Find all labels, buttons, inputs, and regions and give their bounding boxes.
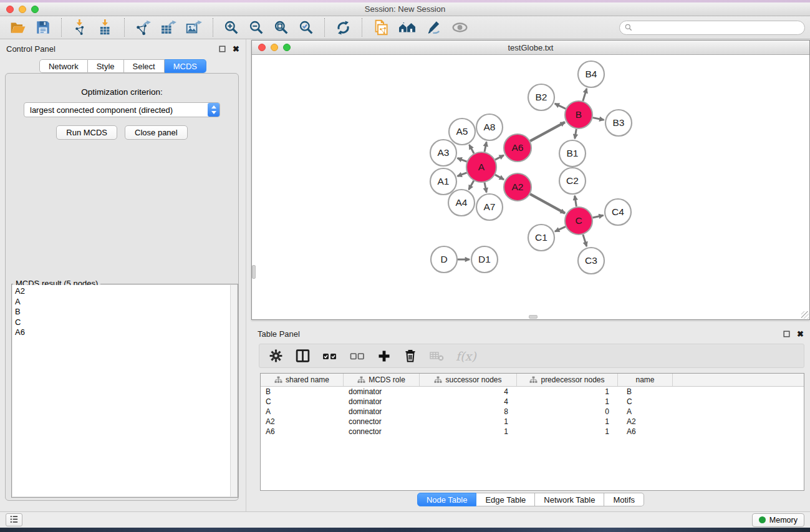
- delete-column-icon[interactable]: [402, 347, 419, 365]
- table-row[interactable]: Cdominator41C: [261, 397, 804, 407]
- float-panel-icon[interactable]: [218, 45, 226, 53]
- close-panel-icon[interactable]: ✖: [233, 45, 239, 53]
- edge-A2-C[interactable]: [530, 194, 565, 213]
- tab-network[interactable]: Network: [39, 59, 88, 73]
- search-input[interactable]: [619, 21, 805, 35]
- zoom-out-icon[interactable]: [244, 18, 269, 37]
- edge-B-B2[interactable]: [555, 104, 566, 109]
- export-network-icon[interactable]: [130, 18, 156, 37]
- network-window-titlebar[interactable]: testGlobe.txt: [252, 41, 809, 55]
- table-cell[interactable]: C: [618, 397, 673, 406]
- table-cell[interactable]: dominator: [344, 387, 420, 396]
- split-columns-icon[interactable]: [294, 347, 312, 365]
- float-table-panel-icon[interactable]: [783, 330, 791, 338]
- table-row[interactable]: Bdominator41B: [261, 387, 804, 397]
- mcds-result-item[interactable]: A: [15, 297, 230, 307]
- mcds-result-item[interactable]: A6: [15, 327, 230, 338]
- edge-A-A3[interactable]: [458, 158, 467, 162]
- mcds-result-scrollbar[interactable]: [230, 285, 237, 496]
- edge-B-B1[interactable]: [575, 129, 577, 139]
- memory-button[interactable]: Memory: [752, 513, 804, 527]
- run-mcds-button[interactable]: Run MCDS: [56, 125, 117, 140]
- edge-C-C1[interactable]: [555, 226, 566, 231]
- tab-node-table[interactable]: Node Table: [417, 493, 477, 506]
- edge-C-C4[interactable]: [593, 215, 604, 218]
- edge-B-B3[interactable]: [593, 118, 604, 120]
- open-folder-icon[interactable]: [5, 18, 31, 37]
- mcds-result-item[interactable]: C: [15, 317, 230, 328]
- zoom-fit-icon[interactable]: [269, 18, 294, 37]
- table-cell[interactable]: connector: [344, 417, 420, 426]
- table-cell[interactable]: A6: [618, 427, 673, 436]
- edge-A-A1[interactable]: [458, 173, 467, 177]
- resize-grip-icon[interactable]: [801, 311, 809, 319]
- tab-edge-table[interactable]: Edge Table: [476, 493, 535, 506]
- task-history-button[interactable]: [6, 513, 22, 526]
- import-network-icon[interactable]: [67, 18, 93, 37]
- edge-C-C2[interactable]: [575, 196, 577, 207]
- table-cell[interactable]: A: [618, 407, 673, 416]
- tab-mcds[interactable]: MCDS: [165, 59, 206, 73]
- horizontal-scroll-thumb[interactable]: [529, 315, 538, 319]
- table-cell[interactable]: 8: [420, 407, 517, 416]
- select-all-icon[interactable]: [321, 348, 339, 364]
- table-cell[interactable]: 1: [517, 427, 618, 436]
- column-header-mcds-role[interactable]: MCDS role: [344, 374, 420, 386]
- import-table-icon[interactable]: [93, 18, 118, 37]
- column-header-shared-name[interactable]: shared name: [261, 374, 344, 386]
- tab-style[interactable]: Style: [88, 59, 124, 73]
- table-cell[interactable]: connector: [344, 427, 420, 436]
- table-cell[interactable]: 1: [517, 417, 618, 426]
- table-cell[interactable]: 0: [517, 407, 618, 416]
- table-cell[interactable]: C: [261, 397, 344, 406]
- table-row[interactable]: Adominator80A: [261, 407, 804, 417]
- table-cell[interactable]: A6: [261, 427, 344, 436]
- table-cell[interactable]: 1: [517, 387, 618, 396]
- edge-A-A7[interactable]: [485, 183, 486, 193]
- table-cell[interactable]: 1: [420, 427, 517, 436]
- node-table[interactable]: shared nameMCDS rolesuccessor nodesprede…: [260, 373, 804, 491]
- criterion-dropdown[interactable]: largest connected component (directed): [24, 102, 220, 117]
- network-canvas[interactable]: AA6A2BCA5A8A3A1A4A7B2B4B3B1C2C4C1C3DD1: [252, 55, 809, 319]
- home-icon[interactable]: [393, 18, 421, 37]
- table-cell[interactable]: A2: [261, 417, 344, 426]
- table-cell[interactable]: B: [618, 387, 673, 396]
- table-cell[interactable]: 1: [420, 417, 517, 426]
- table-row[interactable]: A2connector11A2: [261, 417, 804, 427]
- table-row[interactable]: A6connector11A6: [261, 427, 804, 437]
- zoom-selected-icon[interactable]: [294, 18, 319, 37]
- annotation-icon[interactable]: [421, 18, 446, 37]
- snapshot-icon[interactable]: [368, 17, 393, 37]
- mcds-result-item[interactable]: B: [15, 307, 230, 317]
- mcds-result-list[interactable]: A2ABCA6: [12, 285, 230, 496]
- edge-A-A5[interactable]: [470, 145, 475, 153]
- table-cell[interactable]: dominator: [344, 407, 420, 416]
- export-image-icon[interactable]: [181, 18, 207, 37]
- close-panel-button[interactable]: Close panel: [125, 125, 188, 140]
- column-header-successor-nodes[interactable]: successor nodes: [420, 374, 517, 386]
- table-cell[interactable]: 4: [420, 397, 517, 406]
- edge-C-C3[interactable]: [583, 235, 587, 246]
- zoom-in-icon[interactable]: [219, 18, 244, 37]
- table-cell[interactable]: 4: [420, 387, 517, 396]
- edge-B-B4[interactable]: [583, 89, 587, 101]
- table-cell[interactable]: 1: [517, 397, 618, 406]
- mcds-result-item[interactable]: A2: [15, 286, 230, 297]
- tab-network-table[interactable]: Network Table: [535, 493, 604, 506]
- edge-A-A2[interactable]: [495, 175, 504, 180]
- export-table-icon[interactable]: [156, 18, 181, 37]
- deselect-all-icon[interactable]: [348, 348, 367, 364]
- session-titlebar[interactable]: Session: New Session: [0, 2, 810, 16]
- eye-icon[interactable]: [446, 18, 473, 37]
- table-cell[interactable]: A2: [618, 417, 673, 426]
- tab-motifs[interactable]: Motifs: [604, 493, 644, 506]
- tab-select[interactable]: Select: [124, 59, 165, 73]
- add-column-icon[interactable]: [375, 347, 393, 365]
- edge-A-A6[interactable]: [495, 155, 504, 160]
- close-table-panel-icon[interactable]: ✖: [797, 330, 804, 338]
- column-header-predecessor-nodes[interactable]: predecessor nodes: [517, 374, 618, 386]
- save-icon[interactable]: [31, 18, 55, 37]
- table-cell[interactable]: dominator: [344, 397, 420, 406]
- table-cell[interactable]: A: [261, 407, 344, 416]
- edge-A-A8[interactable]: [485, 142, 486, 152]
